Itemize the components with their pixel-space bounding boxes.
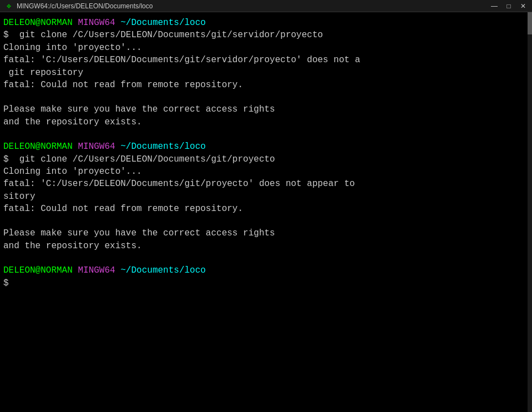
cursor-line: $ [3, 277, 529, 289]
prompt-path: ~/Documents/loco [120, 265, 206, 275]
terminal-body[interactable]: DELEON@NORMAN MINGW64 ~/Documents/loco$ … [0, 12, 532, 412]
output-line: Cloning into 'proyecto'... [3, 42, 529, 54]
output-line: Please make sure you have the correct ac… [3, 103, 529, 115]
prompt-path: ~/Documents/loco [120, 142, 206, 152]
output-line: Please make sure you have the correct ac… [3, 227, 529, 239]
cmd-line: $ git clone /C/Users/DELEON/Documents/gi… [3, 29, 529, 41]
scrollbar[interactable] [528, 12, 532, 412]
prompt-path: ~/Documents/loco [120, 18, 206, 28]
prompt-line: DELEON@NORMAN MINGW64 ~/Documents/loco [3, 264, 529, 277]
output-line: and the repository exists. [3, 116, 529, 128]
prompt-mingw: MINGW64 [78, 18, 115, 28]
prompt-user: DELEON@NORMAN [3, 142, 73, 152]
title-bar-controls[interactable]: — □ ✕ [490, 2, 528, 10]
prompt-line: DELEON@NORMAN MINGW64 ~/Documents/loco [3, 17, 529, 29]
output-line: Cloning into 'proyecto'... [3, 165, 529, 178]
output-line: fatal: Could not read from remote reposi… [3, 203, 529, 215]
output-line: fatal: Could not read from remote reposi… [3, 79, 529, 91]
scrollbar-thumb[interactable] [528, 12, 532, 34]
prompt-line: DELEON@NORMAN MINGW64 ~/Documents/loco [3, 140, 529, 153]
blank-line [3, 128, 529, 140]
blank-line [3, 91, 529, 103]
cmd-line: $ git clone /C/Users/DELEON/Documents/gi… [3, 153, 529, 165]
prompt-user: DELEON@NORMAN [3, 18, 73, 28]
title-bar-title: MINGW64:/c/Users/DELEON/Documents/loco [17, 2, 153, 10]
minimize-button[interactable]: — [490, 2, 499, 10]
terminal-icon: ❖ [4, 2, 13, 11]
prompt-mingw: MINGW64 [78, 142, 115, 152]
output-line: fatal: 'C:/Users/DELEON/Documents/git/se… [3, 54, 529, 66]
close-button[interactable]: ✕ [519, 2, 528, 10]
blank-line [3, 215, 529, 227]
prompt-mingw: MINGW64 [78, 265, 115, 275]
output-line: sitory [3, 190, 529, 203]
output-line: fatal: 'C:/Users/DELEON/Documents/git/pr… [3, 178, 529, 190]
output-line: git repository [3, 67, 529, 79]
prompt-user: DELEON@NORMAN [3, 265, 73, 275]
maximize-button[interactable]: □ [504, 2, 513, 10]
title-bar: ❖ MINGW64:/c/Users/DELEON/Documents/loco… [0, 0, 532, 12]
blank-line [3, 252, 529, 264]
title-bar-left: ❖ MINGW64:/c/Users/DELEON/Documents/loco [4, 2, 153, 11]
output-line: and the repository exists. [3, 240, 529, 252]
